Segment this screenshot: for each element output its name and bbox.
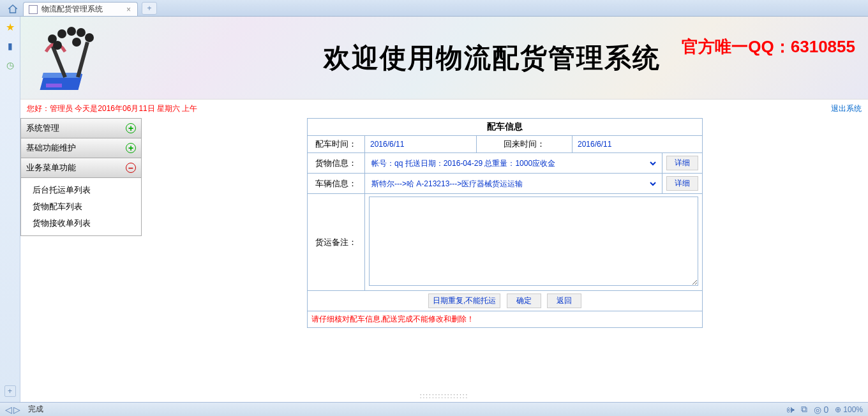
label-remark: 货运备注： (308, 194, 365, 291)
form-title: 配车信息 (308, 119, 703, 136)
home-button[interactable] (5, 2, 20, 16)
cargo-info-select[interactable]: 帐号：qq 托送日期：2016-04-29 总重量：1000应收金 (369, 158, 658, 168)
sound-icon[interactable]: 🕪 (786, 405, 795, 415)
submenu-consign-list[interactable]: 后台托运单列表 (21, 182, 141, 198)
return-time-input[interactable] (576, 138, 698, 150)
info-bar: 您好：管理员 今天是2016年06月11日 星期六 上午 退出系统 (20, 100, 868, 118)
expand-icon: + (126, 123, 136, 133)
warning-text: 请仔细核对配车信息,配送完成不能修改和删除！ (308, 311, 703, 328)
tab-title: 物流配货管理系统 (41, 4, 121, 15)
browser-tab[interactable]: 物流配货管理系统 × (23, 2, 138, 16)
zoom-control[interactable]: ⊕ 100% (835, 405, 863, 414)
add-panel-button[interactable]: + (4, 385, 16, 397)
remark-textarea[interactable] (369, 197, 698, 286)
page-icon (29, 5, 38, 14)
svg-point-5 (57, 29, 66, 38)
reading-list-icon[interactable]: ▮ (4, 40, 17, 52)
svg-rect-11 (46, 84, 62, 87)
submenu-dispatch-list[interactable]: 货物配车列表 (21, 198, 141, 215)
favorites-icon[interactable]: ★ (4, 20, 17, 33)
resize-handle[interactable]: :::::::::::::::: (20, 391, 868, 401)
cargo-detail-button[interactable]: 详细 (666, 156, 698, 170)
download-icon[interactable]: ⧉ (801, 404, 807, 415)
menu-label: 系统管理 (26, 123, 59, 134)
submenu-receive-list[interactable]: 货物接收单列表 (21, 215, 141, 232)
submenu-business: 后台托运单列表 货物配车列表 货物接收单列表 (20, 178, 142, 236)
page-content: 欢迎使用物流配货管理系统 官方唯一QQ：6310855 您好：管理员 今天是20… (20, 17, 868, 402)
watermark-text: 官方唯一QQ：6310855 (682, 36, 855, 58)
dispatch-form: 配车信息 配车时间： 回来时间： 货物信息： 帐号：qq 托送日期：2016-0… (307, 118, 703, 328)
nav-forward-icon[interactable]: ▷ (13, 405, 20, 415)
expand-icon: + (126, 143, 136, 153)
svg-point-7 (77, 28, 86, 37)
label-cargo-info: 货物信息： (308, 153, 365, 174)
browser-tab-bar: 物流配货管理系统 × + (0, 0, 868, 17)
back-button[interactable]: 返回 (547, 293, 581, 308)
nav-menu: 系统管理 + 基础功能维护 + 业务菜单功能 – 后台托运单列表 货物配车列表 … (20, 118, 142, 328)
menu-base[interactable]: 基础功能维护 + (20, 138, 142, 158)
svg-point-8 (85, 33, 94, 42)
button-row: 日期重复,不能托运 确定 返回 (308, 291, 703, 311)
logo-image (27, 20, 116, 96)
status-text: 完成 (28, 404, 43, 415)
form-area: 配车信息 配车时间： 回来时间： 货物信息： 帐号：qq 托送日期：2016-0… (142, 118, 868, 328)
label-return-time: 回来时间： (477, 136, 572, 153)
vehicle-detail-button[interactable]: 详细 (666, 176, 698, 191)
shield-icon[interactable]: ◎ 0 (814, 405, 829, 415)
svg-line-3 (78, 42, 87, 77)
label-vehicle-info: 车辆信息： (308, 174, 365, 194)
menu-label: 基础功能维护 (26, 142, 76, 154)
menu-business[interactable]: 业务菜单功能 – (20, 158, 142, 178)
vehicle-info-select[interactable]: 斯特尔--->哈 A-213213--->医疗器械货运运输 (369, 179, 658, 189)
logout-link[interactable]: 退出系统 (831, 103, 862, 114)
confirm-button[interactable]: 确定 (507, 293, 541, 308)
new-tab-button[interactable]: + (142, 2, 157, 15)
svg-point-6 (67, 27, 76, 36)
menu-label: 业务菜单功能 (26, 162, 76, 174)
label-dispatch-time: 配车时间： (308, 136, 365, 153)
nav-back-icon[interactable]: ◁ (5, 405, 12, 415)
close-icon[interactable]: × (125, 5, 132, 14)
svg-point-9 (53, 41, 62, 50)
browser-sidebar: ★ ▮ ◷ + (0, 17, 20, 402)
collapse-icon: – (126, 163, 136, 173)
status-bar: ◁ ▷ 完成 🕪 ⧉ ◎ 0 ⊕ 100% (0, 402, 868, 416)
history-icon[interactable]: ◷ (4, 59, 17, 71)
greeting-text: 您好：管理员 今天是2016年06月11日 星期六 上午 (27, 103, 197, 114)
menu-system[interactable]: 系统管理 + (20, 118, 142, 138)
dispatch-time-input[interactable] (369, 138, 472, 150)
banner: 欢迎使用物流配货管理系统 官方唯一QQ：6310855 (20, 17, 868, 100)
svg-point-10 (72, 38, 81, 47)
status-message: 日期重复,不能托运 (428, 293, 500, 308)
